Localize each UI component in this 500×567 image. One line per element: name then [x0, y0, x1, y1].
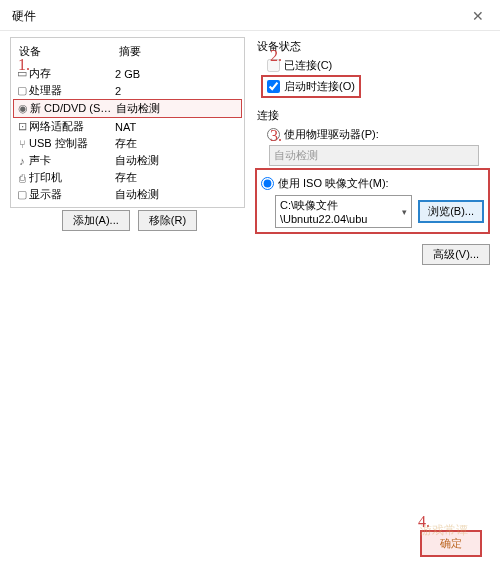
iso-radio[interactable]: [261, 177, 274, 190]
device-row-usb[interactable]: ⑂ USB 控制器 存在: [13, 135, 242, 152]
annotation-2: 2.: [270, 47, 282, 65]
window-title: 硬件: [12, 8, 36, 25]
device-row-cpu[interactable]: ▢ 处理器 2: [13, 82, 242, 99]
device-status-group: 设备状态 已连接(C) 启动时连接(O): [255, 39, 490, 98]
advanced-button[interactable]: 高级(V)...: [422, 244, 490, 265]
iso-label: 使用 ISO 映像文件(M):: [278, 176, 389, 191]
sound-icon: ♪: [15, 155, 29, 167]
cpu-icon: ▢: [15, 84, 29, 97]
device-list-panel: 设备 摘要 ▭ 内存 2 GB ▢ 处理器 2 ◉ 新 CD/DVD (SATA…: [10, 37, 245, 208]
disc-icon: ◉: [16, 102, 30, 115]
printer-icon: ⎙: [15, 172, 29, 184]
annotation-1: 1.: [18, 56, 30, 74]
connect-poweron-checkbox[interactable]: [267, 80, 280, 93]
connection-group: 连接 使用物理驱动器(P): 自动检测 使用 ISO 映像文件(M): C:\映…: [255, 108, 490, 234]
annotation-4: 4.: [418, 513, 430, 531]
annotation-3: 3.: [270, 127, 282, 145]
physical-dropdown[interactable]: 自动检测: [269, 145, 479, 166]
header-device: 设备: [19, 44, 119, 59]
device-row-memory[interactable]: ▭ 内存 2 GB: [13, 65, 242, 82]
browse-button[interactable]: 浏览(B)...: [418, 200, 484, 223]
status-title: 设备状态: [257, 39, 490, 54]
header-summary: 摘要: [119, 44, 238, 59]
close-icon[interactable]: ✕: [464, 6, 492, 26]
usb-icon: ⑂: [15, 138, 29, 150]
remove-button[interactable]: 移除(R): [138, 210, 197, 231]
ok-button[interactable]: 确定: [420, 530, 482, 557]
device-row-printer[interactable]: ⎙ 打印机 存在: [13, 169, 242, 186]
iso-path-input[interactable]: C:\映像文件\Ubnutu22.04\ubu ▾: [275, 195, 412, 228]
device-row-display[interactable]: ▢ 显示器 自动检测: [13, 186, 242, 203]
device-row-network[interactable]: ⊡ 网络适配器 NAT: [13, 118, 242, 135]
display-icon: ▢: [15, 188, 29, 201]
connect-poweron-label: 启动时连接(O): [284, 79, 355, 94]
connection-title: 连接: [257, 108, 490, 123]
network-icon: ⊡: [15, 120, 29, 133]
device-row-cddvd[interactable]: ◉ 新 CD/DVD (SATA) 自动检测: [13, 99, 242, 118]
add-button[interactable]: 添加(A)...: [62, 210, 130, 231]
device-row-sound[interactable]: ♪ 声卡 自动检测: [13, 152, 242, 169]
physical-label: 使用物理驱动器(P):: [284, 127, 379, 142]
chevron-down-icon: ▾: [402, 207, 407, 217]
connected-label: 已连接(C): [284, 58, 332, 73]
